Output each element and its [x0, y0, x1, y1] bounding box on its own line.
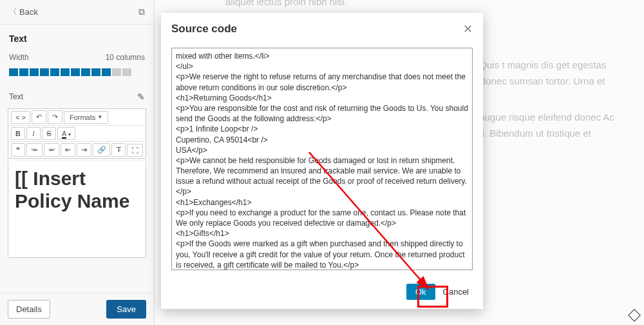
back-arrow-icon: 〈: [9, 6, 17, 17]
columns-label: 10 columns: [106, 53, 145, 62]
toolbar-row-1: < > ↶ ↷ Formats ▼: [8, 109, 146, 126]
numbered-list-button[interactable]: ≕: [44, 143, 60, 157]
text-section-header: Text ✎: [0, 85, 154, 106]
toolbar-row-3: ❝ ≔ ≕ ⇤ ⇥ 🔗 T̵ ⛶: [8, 142, 146, 158]
redo-button[interactable]: ↷: [48, 110, 62, 124]
blockquote-button[interactable]: ❝: [11, 143, 25, 157]
chevron-down-icon: ▾: [68, 132, 71, 137]
modal-body: [161, 45, 483, 280]
col-block: [91, 68, 100, 76]
source-code-textarea[interactable]: [171, 48, 473, 270]
italic-button[interactable]: I: [26, 127, 41, 140]
close-button[interactable]: ✕: [463, 22, 473, 36]
ok-button[interactable]: Ok: [406, 284, 435, 300]
indent-button[interactable]: ⇥: [77, 143, 91, 157]
save-button[interactable]: Save: [106, 300, 146, 319]
sidebar-body: Text Width 10 columns Text ✎ < > ↶: [0, 25, 154, 293]
col-block: [50, 68, 59, 76]
modal-title: Source code: [171, 23, 237, 35]
fullscreen-button[interactable]: ⛶: [127, 144, 143, 157]
text-section-label: Text: [9, 92, 23, 101]
strike-button[interactable]: S: [42, 127, 56, 140]
text-color-button[interactable]: A ▾: [57, 127, 75, 140]
back-label: Back: [19, 7, 38, 17]
col-block: [81, 68, 90, 76]
editor-toolbar: < > ↶ ↷ Formats ▼ B I S A ▾ ❝ ≔: [8, 108, 146, 159]
col-block: [122, 68, 131, 76]
col-block: [19, 68, 28, 76]
back-button[interactable]: 〈 Back: [9, 6, 38, 17]
toolbar-row-2: B I S A ▾: [8, 126, 146, 142]
bold-button[interactable]: B: [11, 127, 25, 140]
formats-label: Formats: [70, 113, 95, 121]
sidebar-header: 〈 Back ⧉: [0, 0, 154, 25]
width-row: Width 10 columns: [0, 50, 154, 68]
col-block: [112, 68, 121, 76]
sidebar-footer: Details Save: [0, 293, 154, 325]
color-a-icon: A: [62, 130, 66, 139]
chevron-down-icon: ▼: [97, 114, 102, 120]
col-block: [40, 68, 49, 76]
formats-dropdown[interactable]: Formats ▼: [64, 111, 108, 124]
editor-content[interactable]: [[ Insert Policy Name: [8, 161, 146, 258]
col-block: [102, 68, 111, 76]
modal-footer: Ok Cancel: [161, 280, 483, 309]
col-block: [9, 68, 18, 76]
sidebar: 〈 Back ⧉ Text Width 10 columns Text ✎: [0, 0, 155, 325]
undo-button[interactable]: ↶: [32, 110, 46, 124]
link-button[interactable]: 🔗: [93, 143, 111, 157]
bullet-list-button[interactable]: ≔: [26, 143, 43, 157]
modal-header: Source code ✕: [161, 13, 483, 45]
source-code-modal: Source code ✕ Ok Cancel: [161, 13, 483, 309]
column-slider[interactable]: [0, 68, 154, 85]
external-link-icon[interactable]: ⧉: [138, 6, 145, 17]
col-block: [71, 68, 80, 76]
width-label: Width: [9, 53, 29, 62]
details-button[interactable]: Details: [8, 300, 50, 319]
wand-icon[interactable]: ✎: [137, 92, 145, 102]
clear-format-button[interactable]: T̵: [111, 143, 126, 157]
cancel-button[interactable]: Cancel: [439, 284, 473, 300]
panel-title: Text: [0, 25, 154, 50]
col-block: [30, 68, 39, 76]
source-code-button[interactable]: < >: [11, 111, 30, 124]
outdent-button[interactable]: ⇤: [61, 143, 75, 157]
col-block: [61, 68, 70, 76]
